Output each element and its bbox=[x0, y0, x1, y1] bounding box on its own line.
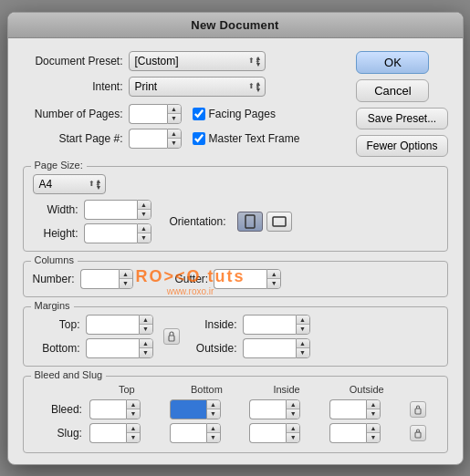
height-stepper[interactable]: 297 mm ▲ ▼ bbox=[84, 223, 151, 243]
columns-number-input[interactable]: 3 bbox=[80, 269, 119, 289]
bleed-outside-stepper[interactable]: 3 mm ▲ ▼ bbox=[329, 399, 404, 419]
slug-top-up[interactable]: ▲ bbox=[127, 424, 140, 433]
columns-number-up[interactable]: ▲ bbox=[120, 270, 132, 279]
bleed-bottom-down[interactable]: ▼ bbox=[207, 409, 220, 419]
width-input[interactable]: 210 mm bbox=[84, 200, 137, 220]
facing-pages-row: Facing Pages bbox=[193, 108, 276, 120]
svg-rect-1 bbox=[273, 217, 286, 226]
slug-inside-up[interactable]: ▲ bbox=[287, 424, 299, 433]
facing-pages-checkbox[interactable] bbox=[193, 108, 205, 120]
top-label: Top: bbox=[33, 318, 80, 331]
slug-outside-stepper[interactable]: 0 mm ▲ ▼ bbox=[329, 423, 404, 443]
bleed-link-button[interactable] bbox=[410, 401, 426, 418]
inside-margin-input[interactable]: 12.5 mm bbox=[243, 315, 296, 335]
slug-outside-down[interactable]: ▼ bbox=[367, 433, 380, 442]
width-down[interactable]: ▼ bbox=[138, 210, 151, 219]
columns-number-down[interactable]: ▼ bbox=[120, 279, 132, 288]
bleed-top-up[interactable]: ▲ bbox=[127, 400, 140, 409]
top-margin-up[interactable]: ▲ bbox=[140, 316, 152, 325]
master-text-frame-checkbox[interactable] bbox=[193, 132, 205, 145]
slug-label: Slug: bbox=[33, 421, 87, 445]
svg-rect-4 bbox=[415, 432, 421, 438]
slug-bottom-input[interactable]: 0 mm bbox=[170, 423, 206, 443]
width-stepper[interactable]: 210 mm ▲ ▼ bbox=[84, 200, 151, 220]
width-up[interactable]: ▲ bbox=[138, 201, 151, 210]
height-up[interactable]: ▲ bbox=[138, 224, 151, 233]
top-margin-down[interactable]: ▼ bbox=[140, 325, 152, 334]
slug-row: Slug: 0 mm ▲ ▼ bbox=[33, 421, 438, 445]
outside-label: Outside: bbox=[190, 342, 237, 355]
slug-outside-input[interactable]: 0 mm bbox=[329, 423, 366, 443]
margins-link-button[interactable] bbox=[163, 328, 180, 345]
top-margin-input[interactable]: 17.5 mm bbox=[86, 315, 139, 335]
bottom-margin-up[interactable]: ▲ bbox=[140, 339, 152, 348]
inside-margin-up[interactable]: ▲ bbox=[297, 316, 309, 325]
bleed-outside-down[interactable]: ▼ bbox=[367, 409, 380, 419]
bleed-bottom-stepper[interactable]: 3 mm ▲ ▼ bbox=[170, 399, 245, 419]
start-page-stepper[interactable]: 1 ▲ ▼ bbox=[129, 129, 182, 149]
slug-outside-up[interactable]: ▲ bbox=[367, 424, 380, 433]
bleed-inside-input[interactable]: 3 mm bbox=[249, 399, 286, 419]
num-pages-input[interactable]: 8 bbox=[129, 104, 167, 124]
width-label: Width: bbox=[33, 203, 78, 216]
cancel-button[interactable]: Cancel bbox=[356, 79, 429, 102]
outside-margin-down[interactable]: ▼ bbox=[297, 348, 309, 357]
bleed-outside-up[interactable]: ▲ bbox=[367, 400, 380, 409]
slug-top-stepper[interactable]: 0 mm ▲ ▼ bbox=[89, 423, 164, 443]
slug-inside-input[interactable]: 0 mm bbox=[249, 423, 286, 443]
num-pages-label: Number of Pages: bbox=[23, 108, 123, 120]
slug-link-button[interactable] bbox=[410, 425, 426, 441]
slug-top-input[interactable]: 0 mm bbox=[89, 423, 126, 443]
start-page-input[interactable]: 1 bbox=[129, 129, 167, 149]
bleed-inside-down[interactable]: ▼ bbox=[287, 409, 299, 419]
outside-margin-input[interactable]: 15 mm bbox=[243, 338, 296, 358]
intent-dropdown[interactable]: Print ▲▼ bbox=[129, 77, 266, 97]
gutter-input[interactable]: 7.5 mm bbox=[214, 269, 266, 289]
height-down[interactable]: ▼ bbox=[138, 233, 151, 243]
columns-group: Columns Number: 3 ▲ ▼ Gutter: 7.5 m bbox=[23, 261, 448, 297]
gutter-down[interactable]: ▼ bbox=[267, 279, 280, 288]
inside-margin-down[interactable]: ▼ bbox=[297, 325, 309, 334]
bleed-top-down[interactable]: ▼ bbox=[127, 409, 140, 419]
gutter-up[interactable]: ▲ bbox=[267, 270, 280, 279]
new-document-dialog: New Document Document Preset: [Custom] ▲… bbox=[7, 12, 464, 465]
height-input[interactable]: 297 mm bbox=[84, 223, 137, 243]
outside-margin-stepper[interactable]: 15 mm ▲ ▼ bbox=[243, 338, 310, 358]
portrait-orientation-button[interactable] bbox=[237, 212, 263, 232]
save-preset-button[interactable]: Save Preset... bbox=[356, 108, 447, 129]
num-pages-down[interactable]: ▼ bbox=[168, 114, 181, 123]
inside-margin-stepper[interactable]: 12.5 mm ▲ ▼ bbox=[243, 315, 310, 335]
slug-bottom-down[interactable]: ▼ bbox=[207, 433, 220, 442]
bleed-bottom-input[interactable]: 3 mm bbox=[170, 399, 206, 419]
ok-button[interactable]: OK bbox=[356, 51, 429, 74]
slug-bottom-up[interactable]: ▲ bbox=[207, 424, 220, 433]
slug-top-down[interactable]: ▼ bbox=[127, 433, 140, 442]
svg-rect-0 bbox=[245, 215, 255, 228]
slug-inside-stepper[interactable]: 0 mm ▲ ▼ bbox=[249, 423, 324, 443]
start-page-up[interactable]: ▲ bbox=[168, 129, 181, 139]
slug-inside-down[interactable]: ▼ bbox=[287, 433, 299, 442]
intent-label: Intent: bbox=[23, 80, 123, 93]
bottom-margin-stepper[interactable]: 20 mm ▲ ▼ bbox=[86, 338, 153, 358]
columns-number-stepper[interactable]: 3 ▲ ▼ bbox=[80, 269, 133, 289]
bottom-margin-input[interactable]: 20 mm bbox=[86, 338, 139, 358]
gutter-stepper[interactable]: 7.5 mm ▲ ▼ bbox=[214, 269, 281, 289]
landscape-orientation-button[interactable] bbox=[266, 212, 292, 232]
num-pages-up[interactable]: ▲ bbox=[168, 105, 181, 114]
col-inside-header: Inside bbox=[246, 384, 327, 398]
bleed-top-stepper[interactable]: 3 mm ▲ ▼ bbox=[89, 399, 164, 419]
slug-bottom-stepper[interactable]: 0 mm ▲ ▼ bbox=[170, 423, 245, 443]
bleed-inside-stepper[interactable]: 3 mm ▲ ▼ bbox=[249, 399, 324, 419]
outside-margin-up[interactable]: ▲ bbox=[297, 339, 309, 348]
top-margin-stepper[interactable]: 17.5 mm ▲ ▼ bbox=[86, 315, 153, 335]
num-pages-stepper[interactable]: 8 ▲ ▼ bbox=[129, 104, 182, 124]
bleed-bottom-up[interactable]: ▲ bbox=[207, 400, 220, 409]
bleed-top-input[interactable]: 3 mm bbox=[89, 399, 126, 419]
document-preset-dropdown[interactable]: [Custom] ▲▼ bbox=[129, 51, 266, 71]
start-page-down[interactable]: ▼ bbox=[168, 139, 181, 148]
bleed-outside-input[interactable]: 3 mm bbox=[329, 399, 366, 419]
fewer-options-button[interactable]: Fewer Options bbox=[356, 135, 447, 157]
bottom-margin-down[interactable]: ▼ bbox=[140, 348, 152, 357]
bleed-inside-up[interactable]: ▲ bbox=[287, 400, 299, 409]
page-size-dropdown[interactable]: A4 ▲▼ bbox=[33, 174, 106, 194]
